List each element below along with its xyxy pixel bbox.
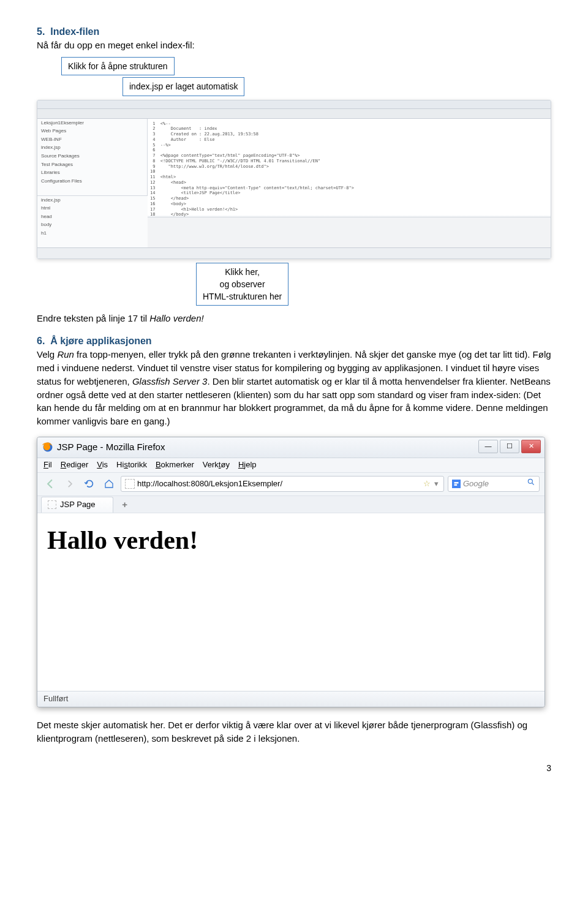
callout-indexjsp: index.jsp er laget automatisk	[123, 77, 244, 96]
browser-menubar: Fil Rediger Vis Historikk Bokmerker Verk…	[37, 458, 545, 473]
url-favicon	[125, 479, 135, 489]
section-5-heading: 5. Index-filen	[37, 24, 551, 39]
callout-html-structure: Klikk her, og observer HTML-strukturen h…	[196, 263, 288, 306]
svg-rect-1	[452, 480, 461, 488]
window-title: JSP Page - Mozilla Firefox	[57, 440, 165, 454]
ide-menubar	[37, 100, 551, 109]
menu-hjelp[interactable]: Hjelp	[238, 459, 257, 471]
section-5-intro: Nå får du opp en meget enkel index-fil:	[37, 39, 551, 52]
browser-statusbar: Fullført	[37, 691, 545, 707]
menu-rediger[interactable]: Rediger	[61, 459, 89, 471]
search-icon[interactable]	[527, 478, 535, 490]
section-5-instruction: Endre teksten på linje 17 til Hallo verd…	[37, 312, 551, 325]
browser-tabstrip: JSP Page +	[37, 496, 545, 513]
bookmark-star-icon[interactable]: ☆	[421, 478, 433, 490]
search-placeholder: Google	[463, 478, 489, 490]
svg-point-2	[528, 480, 532, 484]
menu-historikk[interactable]: Historikk	[116, 459, 147, 471]
menu-fil[interactable]: Fil	[43, 459, 52, 471]
window-maximize-button[interactable]: ☐	[500, 440, 519, 453]
google-icon	[452, 480, 461, 488]
section-6-body: Velg Run fra topp-menyen, eller trykk på…	[37, 348, 551, 428]
browser-viewport: Hallo verden!	[37, 513, 545, 691]
callout-open-structure: Klikk for å åpne strukturen	[61, 57, 175, 75]
back-button[interactable]	[42, 476, 58, 492]
status-text: Fullført	[43, 693, 68, 705]
address-bar[interactable]: http://localhost:8080/Leksjon1Eksempler/…	[121, 476, 444, 492]
reload-button[interactable]	[81, 476, 97, 492]
home-button[interactable]	[101, 476, 117, 492]
ide-statusbar	[37, 247, 551, 258]
new-tab-button[interactable]: +	[116, 497, 134, 513]
firefox-icon	[42, 442, 53, 453]
url-dropdown-icon[interactable]: ▾	[433, 478, 440, 490]
closing-paragraph: Det meste skjer automatisk her. Det er d…	[37, 718, 551, 745]
window-titlebar: JSP Page - Mozilla Firefox — ☐ ✕	[37, 437, 545, 458]
menu-verktoy[interactable]: Verktøy	[203, 459, 230, 471]
window-close-button[interactable]: ✕	[521, 440, 541, 453]
ide-toolbar	[37, 109, 551, 119]
ide-output-panel	[148, 217, 551, 247]
section-6-heading: 6. Å kjøre applikasjonen	[37, 334, 551, 348]
tab-favicon	[48, 500, 56, 509]
page-heading: Hallo verden!	[47, 522, 535, 559]
netbeans-ide-screenshot: Leksjon1Eksempler Web Pages WEB-INF inde…	[37, 100, 551, 259]
firefox-window: JSP Page - Mozilla Firefox — ☐ ✕ Fil Red…	[37, 437, 545, 707]
url-text: http://localhost:8080/Leksjon1Eksempler/	[137, 478, 282, 490]
menu-bokmerker[interactable]: Bokmerker	[156, 459, 194, 471]
ide-code-editor: 1 <%-- 2 Document : index 3 Created on :…	[148, 119, 551, 216]
page-number: 3	[37, 762, 551, 774]
menu-vis[interactable]: Vis	[97, 459, 108, 471]
tab-label: JSP Page	[60, 499, 96, 511]
ide-navigator: index.jsp html head body h1	[37, 195, 148, 247]
browser-toolbar: http://localhost:8080/Leksjon1Eksempler/…	[37, 473, 545, 496]
window-minimize-button[interactable]: —	[478, 440, 498, 453]
search-bar[interactable]: Google	[448, 476, 540, 492]
forward-button[interactable]	[62, 476, 78, 492]
tab-jsp-page[interactable]: JSP Page	[41, 497, 113, 513]
